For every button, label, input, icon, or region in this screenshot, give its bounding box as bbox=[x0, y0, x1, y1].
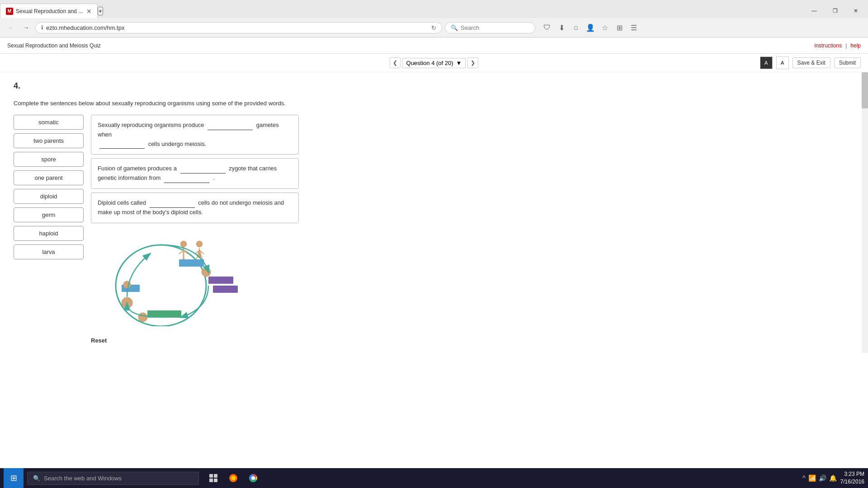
blue-rect-1 bbox=[179, 259, 204, 267]
window-controls: — ❐ ✕ bbox=[804, 4, 868, 18]
sentence1-blank2[interactable] bbox=[99, 141, 145, 149]
home-icon[interactable]: ⌂ bbox=[570, 21, 582, 34]
sentence1-text-after: cells undergo meiosis. bbox=[148, 141, 207, 147]
sentence2-blank1[interactable] bbox=[180, 166, 226, 174]
active-tab[interactable]: M Sexual Reproduction and ... ✕ bbox=[0, 4, 98, 18]
sentence-box-1: Sexually reproducing organisms produce g… bbox=[91, 115, 299, 155]
help-link[interactable]: help bbox=[850, 42, 861, 49]
prev-question-button[interactable]: ❮ bbox=[390, 57, 401, 68]
purple-rect-1 bbox=[208, 277, 233, 284]
address-box[interactable]: ℹ ezto.mheducation.com/hm.tpx ↻ bbox=[35, 22, 442, 33]
text-size-button[interactable]: A bbox=[776, 56, 789, 69]
save-exit-button[interactable]: Save & Exit bbox=[793, 57, 830, 68]
sentence1-blank1[interactable] bbox=[208, 123, 253, 130]
svg-rect-14 bbox=[209, 479, 213, 482]
refresh-button[interactable]: ↻ bbox=[431, 24, 436, 31]
tab-bar: M Sexual Reproduction and ... ✕ + — ❐ ✕ bbox=[0, 0, 868, 18]
start-icon: ⊞ bbox=[10, 473, 17, 483]
sentence-box-3: Diploid cells called cells do not underg… bbox=[91, 192, 299, 223]
notification-icon[interactable]: 🔔 bbox=[829, 474, 837, 482]
link-separator: | bbox=[845, 42, 847, 49]
color-scheme-button[interactable]: A bbox=[760, 56, 773, 69]
quiz-nav-controls: ❮ Question 4 (of 20) ▼ ❯ bbox=[390, 57, 479, 68]
taskbar-right: ^ 📶 🔊 🔔 3:23 PM 7/16/2016 bbox=[802, 470, 864, 486]
word-bank: somatic two parents spore one parent dip… bbox=[14, 115, 84, 344]
svg-rect-13 bbox=[214, 474, 217, 478]
word-spore[interactable]: spore bbox=[14, 152, 84, 167]
embryo-3 bbox=[138, 313, 147, 322]
purple-rect-2 bbox=[213, 286, 238, 293]
taskbar-search[interactable]: 🔍 Search the web and Windows bbox=[27, 472, 199, 485]
next-question-button[interactable]: ❯ bbox=[467, 57, 478, 68]
svg-point-1 bbox=[180, 241, 187, 247]
taskbar: ⊞ 🔍 Search the web and Windows ^ 📶 🔊 🔔 3… bbox=[0, 468, 868, 488]
sentence1-text-before: Sexually reproducing organisms produce bbox=[98, 122, 206, 128]
avatar-icon[interactable]: 👤 bbox=[584, 21, 597, 34]
reset-button[interactable]: Reset bbox=[91, 337, 107, 344]
maximize-button[interactable]: ❐ bbox=[825, 4, 845, 18]
instructions-link[interactable]: instructions bbox=[814, 42, 842, 49]
address-bar-row: ← → ℹ ezto.mheducation.com/hm.tpx ↻ 🔍 🛡 … bbox=[0, 18, 868, 37]
bookmark-icon[interactable]: ☆ bbox=[599, 21, 611, 34]
question-number: 4. bbox=[14, 81, 854, 91]
apps-icon[interactable]: ⊞ bbox=[613, 21, 626, 34]
start-button[interactable]: ⊞ bbox=[4, 468, 24, 488]
app-bar: Sexual Reproduction and Meiosis Quiz ins… bbox=[0, 38, 868, 54]
diagram-area bbox=[91, 227, 854, 326]
tab-title: Sexual Reproduction and ... bbox=[16, 8, 83, 14]
svg-point-19 bbox=[251, 476, 255, 480]
sentences-area: Sexually reproducing organisms produce g… bbox=[91, 115, 299, 223]
task-view-icon[interactable] bbox=[204, 468, 222, 488]
word-somatic[interactable]: somatic bbox=[14, 115, 84, 130]
word-germ[interactable]: germ bbox=[14, 207, 84, 222]
right-area: Sexually reproducing organisms produce g… bbox=[91, 115, 854, 344]
menu-icon[interactable]: ☰ bbox=[627, 21, 640, 34]
app-title: Sexual Reproduction and Meiosis Quiz bbox=[7, 42, 101, 49]
sentence3-text-before: Diploid cells called bbox=[98, 199, 148, 206]
life-cycle-diagram bbox=[91, 227, 245, 326]
taskbar-date-display: 7/16/2016 bbox=[840, 478, 864, 486]
minimize-button[interactable]: — bbox=[804, 4, 825, 18]
close-button[interactable]: ✕ bbox=[845, 4, 866, 18]
question-selector[interactable]: Question 4 (of 20) ▼ bbox=[402, 58, 466, 68]
quiz-body: somatic two parents spore one parent dip… bbox=[14, 115, 854, 344]
sentence-box-2: Fusion of gametes produces a zygote that… bbox=[91, 158, 299, 189]
svg-rect-15 bbox=[214, 479, 217, 482]
quiz-navigation: ❮ Question 4 (of 20) ▼ ❯ A A Save & Exit… bbox=[0, 54, 868, 72]
svg-point-17 bbox=[231, 476, 236, 480]
pocket-icon[interactable]: 🛡 bbox=[541, 21, 553, 34]
svg-rect-12 bbox=[209, 474, 213, 478]
download-icon[interactable]: ⬇ bbox=[555, 21, 568, 34]
word-haploid[interactable]: haploid bbox=[14, 226, 84, 241]
word-diploid[interactable]: diploid bbox=[14, 189, 84, 204]
sentence2-text-before: Fusion of gametes produces a bbox=[98, 165, 179, 172]
taskbar-search-icon: 🔍 bbox=[33, 475, 40, 482]
word-one-parent[interactable]: one parent bbox=[14, 170, 84, 185]
system-tray-icons: ^ 📶 🔊 🔔 bbox=[802, 474, 837, 482]
taskbar-time-display: 3:23 PM bbox=[840, 470, 864, 478]
lock-icon: ℹ bbox=[41, 24, 43, 31]
sentence3-blank1[interactable] bbox=[150, 201, 195, 208]
chevron-down-icon: ▼ bbox=[456, 60, 462, 66]
forward-button[interactable]: → bbox=[20, 21, 33, 34]
new-tab-button[interactable]: + bbox=[98, 7, 103, 15]
back-button[interactable]: ← bbox=[5, 21, 17, 34]
browser-toolbar-icons: 🛡 ⬇ ⌂ 👤 ☆ ⊞ ☰ bbox=[541, 21, 640, 34]
sentence2-blank2[interactable] bbox=[164, 176, 209, 183]
search-box[interactable]: 🔍 bbox=[445, 22, 535, 33]
search-input[interactable] bbox=[461, 24, 529, 31]
tab-close-button[interactable]: ✕ bbox=[86, 8, 92, 15]
submit-button[interactable]: Submit bbox=[834, 57, 861, 68]
word-two-parents[interactable]: two parents bbox=[14, 133, 84, 148]
scrollbar[interactable] bbox=[862, 72, 868, 353]
word-larva[interactable]: larva bbox=[14, 244, 84, 259]
scroll-thumb[interactable] bbox=[862, 72, 868, 108]
chrome-icon[interactable] bbox=[244, 468, 262, 488]
firefox-icon[interactable] bbox=[224, 468, 242, 488]
chevron-up-icon[interactable]: ^ bbox=[802, 474, 806, 482]
taskbar-search-label: Search the web and Windows bbox=[44, 475, 122, 482]
tab-favicon: M bbox=[6, 8, 13, 15]
wifi-icon: 📶 bbox=[808, 474, 816, 482]
quiz-toolbar: A A Save & Exit Submit bbox=[760, 56, 861, 69]
taskbar-app-icons bbox=[204, 468, 262, 488]
